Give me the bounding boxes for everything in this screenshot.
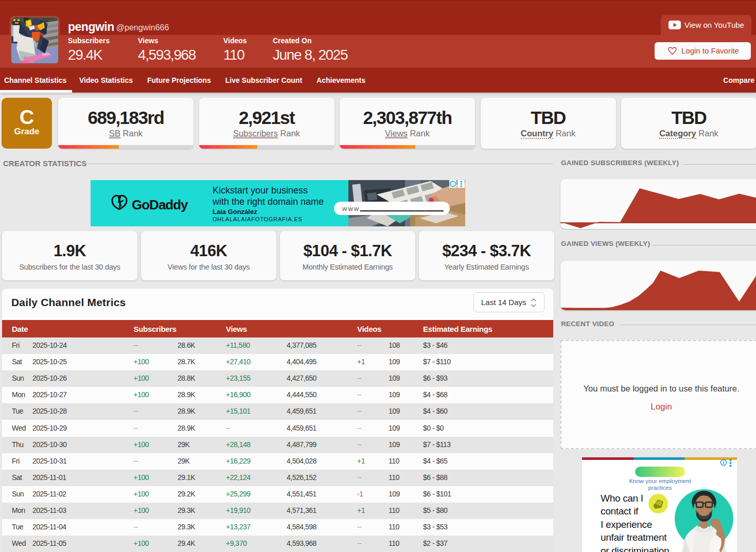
svg-text:i: i — [452, 182, 453, 187]
